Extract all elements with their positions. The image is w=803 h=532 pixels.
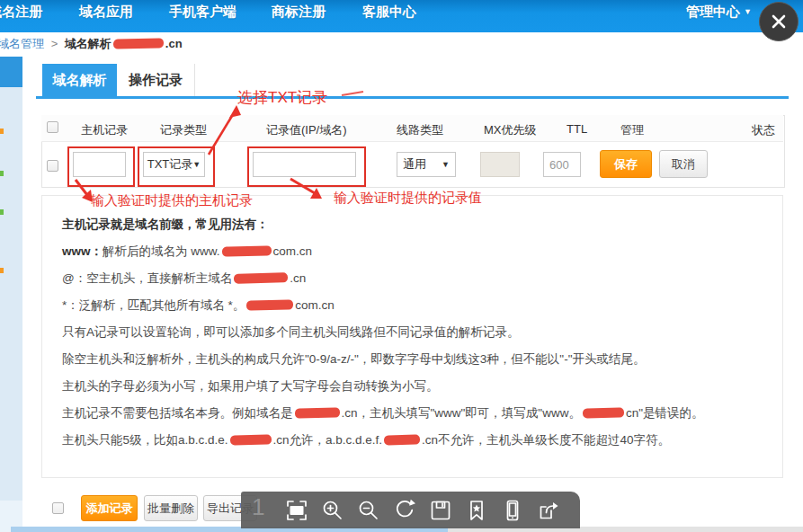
record-value-input[interactable] bbox=[253, 152, 356, 177]
domain-resolution-page: 域名注册 域名应用 手机客户端 商标注册 客服中心 管理中心▼ 域名管理 > 域… bbox=[0, 0, 803, 532]
zoom-out-icon[interactable] bbox=[357, 499, 380, 522]
nav-item-trademark[interactable]: 商标注册 bbox=[272, 4, 326, 21]
viewer-counter: 1 bbox=[252, 493, 264, 521]
help-text-segment: *：泛解析，匹配其他所有域名 *。 bbox=[62, 298, 245, 312]
line-type-select[interactable]: 通用▼ bbox=[397, 152, 456, 177]
line-type-value: 通用 bbox=[403, 156, 426, 173]
record-type-value: TXT记录 bbox=[147, 156, 193, 173]
help-text-segment: @：空主机头，直接解析主域名 bbox=[62, 271, 232, 285]
redacted-domain bbox=[113, 38, 164, 49]
bookmark-icon[interactable] bbox=[465, 499, 488, 522]
help-text-segment: 主机头的字母必须为小写，如果用户填了大写字母会自动转换为小写。 bbox=[62, 379, 439, 393]
help-line: @：空主机头，直接解析主域名.cn bbox=[62, 270, 766, 287]
col-header-ttl: TTL bbox=[567, 122, 587, 136]
annotation-select-txt: 选择TXT记录 bbox=[237, 87, 327, 108]
background-banner-sliver bbox=[0, 57, 22, 87]
record-type-select[interactable]: TXT记录▼ bbox=[143, 152, 205, 177]
help-line: 主机头只能5级，比如a.b.c.d.e..cn允许，a.b.c.d.e.f..c… bbox=[62, 431, 766, 448]
nav-item-support[interactable]: 客服中心 bbox=[362, 4, 416, 21]
help-text-segment: 除空主机头和泛解析外，主机头的构成只允许"0-9/a-z/-"，即数字字母中划线… bbox=[62, 352, 645, 366]
help-line: *：泛解析，匹配其他所有域名 *。com.cn bbox=[62, 297, 766, 314]
col-header-manage: 管理 bbox=[620, 122, 644, 138]
annotation-value-hint: 输入验证时提供的记录值 bbox=[334, 190, 482, 207]
help-text-segment: 只有A记录可以设置轮询，即可以添加多个同主机头同线路但不同记录值的解析记录。 bbox=[62, 325, 520, 339]
redacted-domain bbox=[384, 434, 420, 445]
col-header-value: 记录值(IP/域名) bbox=[266, 122, 347, 138]
help-text-segment: .cn bbox=[290, 271, 306, 285]
zoom-in-icon[interactable] bbox=[321, 499, 344, 522]
help-text-segment: www： bbox=[62, 244, 103, 258]
cancel-button[interactable]: 取消 bbox=[659, 150, 708, 178]
breadcrumb-separator: > bbox=[51, 37, 58, 50]
image-viewer-toolbar: 1 bbox=[241, 492, 580, 528]
help-text-segment: 主机记录不需要包括域名本身。例如域名是 bbox=[62, 406, 293, 420]
chevron-down-icon: ▼ bbox=[192, 160, 201, 169]
select-all-checkbox[interactable] bbox=[47, 121, 58, 133]
help-line: 除空主机头和泛解析外，主机头的构成只允许"0-9/a-z/-"，即数字字母中划线… bbox=[62, 350, 766, 368]
help-text-segment: com.cn bbox=[273, 244, 313, 258]
batch-delete-button[interactable]: 批量删除 bbox=[144, 495, 198, 521]
col-header-host: 主机记录 bbox=[81, 122, 128, 138]
help-text-segment: 解析后的域名为 www. bbox=[103, 244, 220, 258]
manage-center-label: 管理中心 bbox=[686, 4, 740, 19]
col-header-status: 状态 bbox=[752, 122, 775, 138]
tab-operation-log[interactable]: 操作记录 bbox=[117, 64, 195, 96]
redacted-domain bbox=[294, 407, 339, 418]
rotate-icon[interactable] bbox=[393, 499, 416, 522]
background-sidebar-sliver bbox=[0, 87, 22, 501]
redacted-domain bbox=[221, 245, 271, 256]
background-dot bbox=[0, 209, 4, 215]
col-header-mx: MX优先级 bbox=[484, 122, 537, 138]
help-text-segment: .cn允许，a.b.c.d.e.f. bbox=[273, 433, 383, 447]
nav-item-domain-apps[interactable]: 域名应用 bbox=[79, 4, 133, 21]
help-text-segment: 主机头只能5级，比如a.b.c.d.e. bbox=[62, 433, 228, 447]
mx-priority-input bbox=[480, 152, 520, 177]
help-line: 主机记录就是域名前缀，常见用法有： bbox=[62, 216, 766, 233]
breadcrumb-domain-management[interactable]: 域名管理 bbox=[0, 37, 44, 50]
nav-item-domain-register[interactable]: 域名注册 bbox=[0, 4, 42, 21]
redacted-domain bbox=[229, 434, 271, 445]
redacted-domain bbox=[234, 272, 288, 284]
top-nav: 域名注册 域名应用 手机客户端 商标注册 客服中心 管理中心▼ bbox=[0, 0, 803, 32]
chevron-down-icon: ▼ bbox=[744, 7, 752, 16]
close-button[interactable] bbox=[759, 2, 799, 41]
device-icon[interactable] bbox=[501, 499, 524, 522]
save-button[interactable]: 保存 bbox=[600, 150, 652, 178]
host-record-input[interactable] bbox=[73, 152, 126, 177]
breadcrumb-suffix: .cn bbox=[165, 37, 183, 50]
footer-select-all-checkbox[interactable] bbox=[52, 502, 64, 514]
fit-screen-icon[interactable] bbox=[285, 499, 308, 522]
save-icon[interactable] bbox=[429, 499, 452, 522]
help-text-segment: .cn不允许，主机头单级长度不能超过40字符。 bbox=[422, 433, 670, 447]
help-text-segment: cn"是错误的。 bbox=[626, 406, 704, 420]
chevron-down-icon: ▼ bbox=[442, 160, 450, 169]
nav-item-manage-center[interactable]: 管理中心▼ bbox=[686, 4, 752, 21]
help-text-segment: com.cn bbox=[295, 298, 335, 312]
help-line: 主机头的字母必须为小写，如果用户填了大写字母会自动转换为小写。 bbox=[62, 377, 766, 395]
tab-domain-resolution[interactable]: 域名解析 bbox=[42, 64, 117, 96]
help-text: 主机记录就是域名前缀，常见用法有：www：解析后的域名为 www.com.cn@… bbox=[62, 216, 766, 458]
breadcrumb-current: 域名解析 bbox=[65, 37, 112, 50]
help-line: 只有A记录可以设置轮询，即可以添加多个同主机头同线路但不同记录值的解析记录。 bbox=[62, 324, 766, 341]
background-dot bbox=[0, 129, 4, 134]
ttl-input[interactable] bbox=[543, 152, 581, 177]
col-header-type: 记录类型 bbox=[160, 122, 207, 138]
close-icon bbox=[770, 13, 788, 31]
help-line: 主机记录不需要包括域名本身。例如域名是.cn，主机头填写"www"即可，填写成"… bbox=[62, 404, 766, 421]
nav-item-mobile-client[interactable]: 手机客户端 bbox=[169, 4, 236, 21]
redacted-domain bbox=[583, 407, 624, 418]
row-checkbox[interactable] bbox=[47, 160, 58, 172]
annotation-host-hint: 输入验证时提供的主机记录 bbox=[91, 192, 253, 209]
share-icon[interactable] bbox=[537, 499, 560, 522]
breadcrumb: 域名管理 > 域名解析.cn bbox=[0, 36, 183, 52]
background-dot bbox=[0, 268, 4, 273]
add-record-button[interactable]: 添加记录 bbox=[81, 495, 138, 521]
help-text-segment: 主机记录就是域名前缀，常见用法有： bbox=[62, 217, 269, 231]
redacted-domain bbox=[246, 299, 293, 310]
help-box: 主机记录就是域名前缀，常见用法有：www：解析后的域名为 www.com.cn@… bbox=[41, 195, 783, 478]
tab-underline bbox=[36, 96, 789, 99]
col-header-line: 线路类型 bbox=[397, 122, 443, 138]
background-dot bbox=[0, 171, 4, 176]
help-line: www：解析后的域名为 www.com.cn bbox=[62, 243, 766, 260]
help-text-segment: .cn，主机头填写"www"即可，填写成"www。 bbox=[342, 406, 581, 420]
